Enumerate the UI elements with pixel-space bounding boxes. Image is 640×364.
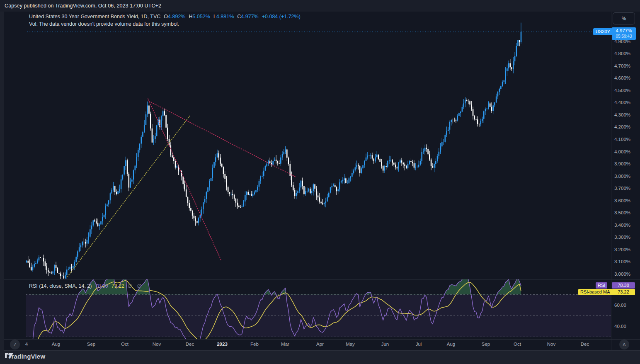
price-axis-tick: 4.700% (614, 63, 630, 68)
up-candle-wicks (27, 23, 521, 279)
rsi-value-badge: 78.30 (612, 282, 635, 289)
trendline-shallow-downtrend[interactable] (149, 101, 296, 177)
symbol-price-label: US30Y (593, 28, 613, 35)
axis-settings-button[interactable]: A (619, 340, 629, 349)
price-axis-tick: 3.900% (614, 161, 630, 166)
price-axis-tick: 4.500% (614, 88, 630, 93)
time-axis-tick: Apr (316, 342, 324, 347)
publication-bar: Capsey published on TradingView.com, Oct… (0, 0, 640, 12)
timezone-button[interactable]: Z (10, 340, 20, 349)
rsi-ma-legend-value: 73.22 (112, 283, 124, 289)
rsi-legend-placeholder-icons: ∅ ∅ (128, 283, 143, 289)
tradingview-logo[interactable]: TradingView (5, 353, 45, 360)
rsi-axis-tick-40: 40.00 (614, 324, 626, 329)
ohlc-item: C4.977% (237, 14, 258, 19)
time-axis-tick: Oct (514, 342, 521, 347)
time-axis-tick: Aug (52, 342, 60, 347)
price-axis-tick: 4.800% (614, 51, 630, 56)
ohlc-item: L4.881% (213, 14, 234, 19)
price-axis-tick: 3.700% (614, 186, 630, 191)
last-price-badge: 4.977% 05:59:43 (612, 27, 636, 40)
price-axis-tick: 4.100% (614, 137, 630, 142)
price-axis-tick: 3.500% (614, 210, 630, 215)
price-axis-tick: 4.000% (614, 149, 630, 154)
ohlc-item: H5.052% (189, 14, 210, 19)
time-axis-bottom-border (4, 350, 640, 351)
price-axis-tick: 4.300% (614, 112, 630, 117)
time-axis-tick: Oct (121, 342, 128, 347)
price-axis-tick: 3.400% (614, 223, 630, 228)
ohlc-values: O4.892%H5.052%L4.881%C4.977% (160, 14, 258, 19)
time-axis-tick: 4 (25, 342, 28, 347)
price-axis-tick: 3.300% (614, 235, 630, 240)
time-axis-tick: Aug (447, 342, 455, 347)
bar-countdown: 05:59:43 (612, 34, 636, 39)
volume-note: Vol: The data vendor doesn't provide vol… (29, 21, 179, 27)
price-axis-border (611, 12, 611, 350)
trendline-ascending-support[interactable] (68, 116, 190, 277)
time-axis-tick: Jul (416, 342, 422, 347)
rsi-tag: RSI (596, 282, 607, 289)
ohlc-item: O4.892% (164, 14, 185, 19)
symbol-legend[interactable]: United States 30 Year Government Bonds Y… (29, 14, 301, 19)
tradingview-published-chart: Capsey published on TradingView.com, Oct… (0, 0, 640, 364)
rsi-axis-tick-60: 60.00 (614, 303, 626, 308)
publication-text: Capsey published on TradingView.com, Oct… (5, 3, 161, 9)
price-axis-tick: 4.200% (614, 124, 630, 129)
price-axis-tick: 3.000% (614, 272, 630, 277)
time-axis-tick: Sep (87, 342, 95, 347)
rsi-ma-value-badge: 73.22 (612, 289, 635, 295)
rsi-legend-value: 78.30 (95, 283, 108, 289)
price-axis-unit-button[interactable]: % (613, 12, 635, 24)
pane-separator[interactable] (4, 279, 640, 279)
left-pane-border (26, 12, 26, 350)
tradingview-logo-icon (5, 353, 14, 360)
down-candle-bodies (28, 40, 520, 278)
rsi-legend-title[interactable]: RSI (14, close, SMA, 14, 2) (29, 283, 92, 289)
symbol-title[interactable]: United States 30 Year Government Bonds Y… (29, 14, 160, 19)
price-axis-tick: 4.400% (614, 100, 630, 105)
time-axis-tick: Dec (581, 342, 589, 347)
price-axis-tick: 4.600% (614, 75, 630, 80)
time-axis-tick: Nov (547, 342, 555, 347)
time-axis-tick: Dec (186, 342, 194, 347)
price-axis-tick: 3.600% (614, 198, 630, 203)
time-axis-tick: Nov (153, 342, 161, 347)
time-axis-tick: 2023 (217, 342, 228, 347)
rsi-ma-tag: RSI-based MA (578, 289, 612, 295)
down-candle-wicks (28, 40, 520, 279)
price-axis-tick: 3.200% (614, 247, 630, 252)
time-axis-top-border (4, 339, 640, 340)
time-axis-tick: Jun (381, 342, 389, 347)
price-axis-tick: 3.100% (614, 259, 630, 264)
time-axis-tick: Mar (281, 342, 289, 347)
time-axis-tick: Feb (250, 342, 259, 347)
time-axis-tick: May (346, 342, 355, 347)
up-candle-bodies (27, 32, 521, 278)
change-value: +0.084 (+1.72%) (262, 14, 301, 19)
candlestick-chart (26, 12, 611, 279)
last-price-value: 4.977% (612, 29, 636, 34)
time-axis-tick: Sep (482, 342, 490, 347)
price-axis-tick: 3.800% (614, 174, 630, 179)
rsi-legend[interactable]: RSI (14, close, SMA, 14, 2)78.3073.22∅ ∅ (29, 283, 143, 289)
